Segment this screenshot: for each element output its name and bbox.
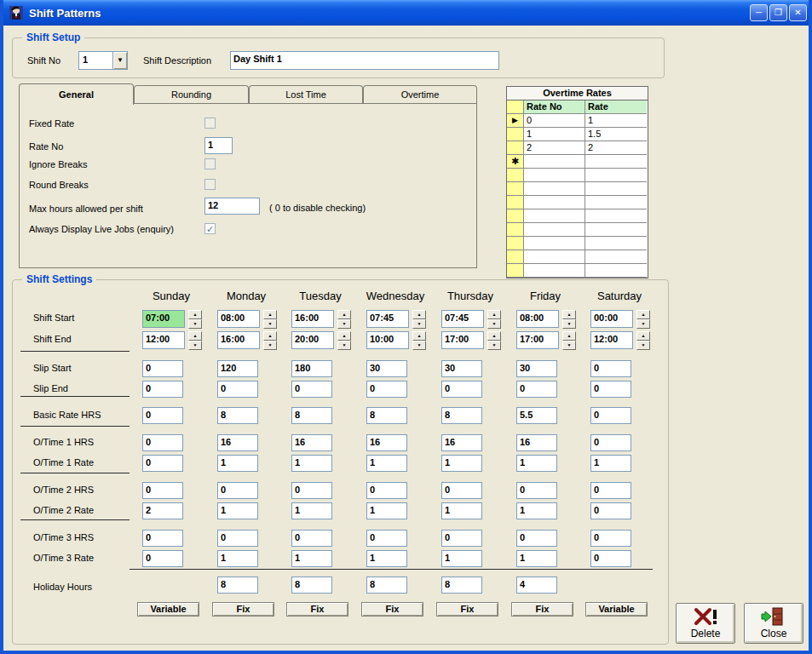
day-mode-button-saturday[interactable]: Variable <box>585 602 648 617</box>
overtime-cell[interactable]: 1.5 <box>585 128 647 141</box>
spinner-down-icon[interactable]: ▼ <box>188 341 202 350</box>
value-field[interactable]: 0 <box>590 502 631 519</box>
holiday-hours-field[interactable]: 8 <box>441 577 482 594</box>
tab-overtime[interactable]: Overtime <box>363 85 477 104</box>
value-field[interactable]: 0 <box>441 530 482 547</box>
overtime-cell[interactable] <box>585 182 647 196</box>
value-field[interactable]: 0 <box>590 550 631 567</box>
spinner-up-icon[interactable]: ▲ <box>263 331 277 341</box>
spinner-down-icon[interactable]: ▼ <box>263 341 277 350</box>
spinner-up-icon[interactable]: ▲ <box>337 310 351 319</box>
chevron-down-icon[interactable]: ▼ <box>112 52 127 69</box>
minimize-button[interactable]: ─ <box>750 4 768 21</box>
spinner-up-icon[interactable]: ▲ <box>487 310 501 319</box>
value-field[interactable]: 1 <box>366 455 407 472</box>
time-spinner[interactable]: ▲▼ <box>337 310 351 329</box>
value-field[interactable]: 8 <box>441 407 482 424</box>
spinner-down-icon[interactable]: ▼ <box>188 319 202 329</box>
value-field[interactable]: 1 <box>441 502 482 519</box>
overtime-cell[interactable] <box>524 264 585 278</box>
time-spinner[interactable]: ▲▼ <box>487 310 501 329</box>
overtime-cell[interactable] <box>585 250 647 264</box>
close-button[interactable]: Close <box>744 603 803 644</box>
day-mode-button-sunday[interactable]: Variable <box>137 602 199 617</box>
overtime-cell[interactable] <box>585 264 647 278</box>
value-field[interactable]: 1 <box>516 550 557 567</box>
row-selector[interactable] <box>507 182 524 196</box>
value-field[interactable]: 0 <box>142 360 183 377</box>
value-field[interactable]: 8 <box>217 407 258 424</box>
row-selector[interactable] <box>507 223 524 237</box>
time-spinner[interactable]: ▲▼ <box>636 310 650 329</box>
value-field[interactable]: 1 <box>590 455 631 472</box>
time-field[interactable]: 08:00 <box>516 310 559 328</box>
spinner-up-icon[interactable]: ▲ <box>636 331 650 341</box>
value-field[interactable]: 1 <box>441 455 482 472</box>
spinner-down-icon[interactable]: ▼ <box>562 341 576 350</box>
value-field[interactable]: 0 <box>291 482 332 499</box>
live-jobs-checkbox[interactable]: ✓ <box>204 223 216 234</box>
value-field[interactable]: 0 <box>142 482 183 499</box>
value-field[interactable]: 0 <box>142 455 183 472</box>
overtime-cell[interactable] <box>524 155 585 169</box>
holiday-hours-field[interactable]: 8 <box>291 577 332 594</box>
value-field[interactable]: 0 <box>217 381 258 398</box>
overtime-cell[interactable] <box>524 182 585 196</box>
value-field[interactable]: 0 <box>516 530 557 547</box>
value-field[interactable]: 1 <box>516 455 557 472</box>
value-field[interactable]: 1 <box>291 550 332 567</box>
spinner-down-icon[interactable]: ▼ <box>337 319 351 329</box>
overtime-cell[interactable]: 1 <box>585 114 647 128</box>
value-field[interactable]: 1 <box>366 502 407 519</box>
value-field[interactable]: 0 <box>291 381 332 398</box>
time-spinner[interactable]: ▲▼ <box>188 331 202 350</box>
row-selector[interactable] <box>507 196 524 209</box>
maximize-button[interactable]: ❐ <box>769 4 787 21</box>
overtime-cell[interactable] <box>585 169 647 182</box>
value-field[interactable]: 0 <box>516 381 557 398</box>
round-breaks-checkbox[interactable] <box>204 179 216 190</box>
time-spinner[interactable]: ▲▼ <box>487 331 501 350</box>
value-field[interactable]: 16 <box>217 434 258 451</box>
value-field[interactable]: 0 <box>590 360 631 377</box>
value-field[interactable]: 0 <box>441 381 482 398</box>
spinner-up-icon[interactable]: ▲ <box>188 331 202 341</box>
day-mode-button-friday[interactable]: Fix <box>511 602 573 617</box>
overtime-cell[interactable] <box>585 196 647 209</box>
spinner-down-icon[interactable]: ▼ <box>636 319 650 329</box>
shift-description-input[interactable]: Day Shift 1 <box>230 51 499 70</box>
value-field[interactable]: 120 <box>217 360 258 377</box>
row-selector[interactable] <box>507 237 524 250</box>
time-field[interactable]: 16:00 <box>291 310 334 328</box>
overtime-cell[interactable]: 1 <box>524 128 585 141</box>
close-window-button[interactable]: ✕ <box>789 4 807 21</box>
new-row-icon[interactable]: ✱ <box>507 155 524 169</box>
spinner-down-icon[interactable]: ▼ <box>412 341 426 350</box>
overtime-cell[interactable]: 2 <box>585 141 647 155</box>
rate-no-input[interactable]: 1 <box>204 137 233 154</box>
tab-general[interactable]: General <box>19 83 134 105</box>
holiday-hours-field[interactable]: 8 <box>366 577 407 594</box>
time-field[interactable]: 20:00 <box>291 331 334 349</box>
spinner-up-icon[interactable]: ▲ <box>412 310 426 319</box>
day-mode-button-wednesday[interactable]: Fix <box>361 602 423 617</box>
value-field[interactable]: 1 <box>217 502 258 519</box>
value-field[interactable]: 30 <box>441 360 482 377</box>
spinner-down-icon[interactable]: ▼ <box>337 341 351 350</box>
spinner-down-icon[interactable]: ▼ <box>412 319 426 329</box>
value-field[interactable]: 16 <box>516 434 557 451</box>
value-field[interactable]: 2 <box>142 502 183 519</box>
time-spinner[interactable]: ▲▼ <box>263 331 277 350</box>
time-field[interactable]: 10:00 <box>366 331 409 349</box>
value-field[interactable]: 0 <box>142 530 183 547</box>
time-field[interactable]: 17:00 <box>441 331 484 349</box>
row-selector[interactable] <box>507 141 524 155</box>
value-field[interactable]: 1 <box>291 502 332 519</box>
value-field[interactable]: 1 <box>441 550 482 567</box>
value-field[interactable]: 0 <box>366 482 407 499</box>
time-spinner[interactable]: ▲▼ <box>636 331 650 350</box>
spinner-up-icon[interactable]: ▲ <box>562 310 576 319</box>
spinner-up-icon[interactable]: ▲ <box>412 331 426 341</box>
time-field[interactable]: 17:00 <box>516 331 559 349</box>
overtime-cell[interactable] <box>524 250 585 264</box>
